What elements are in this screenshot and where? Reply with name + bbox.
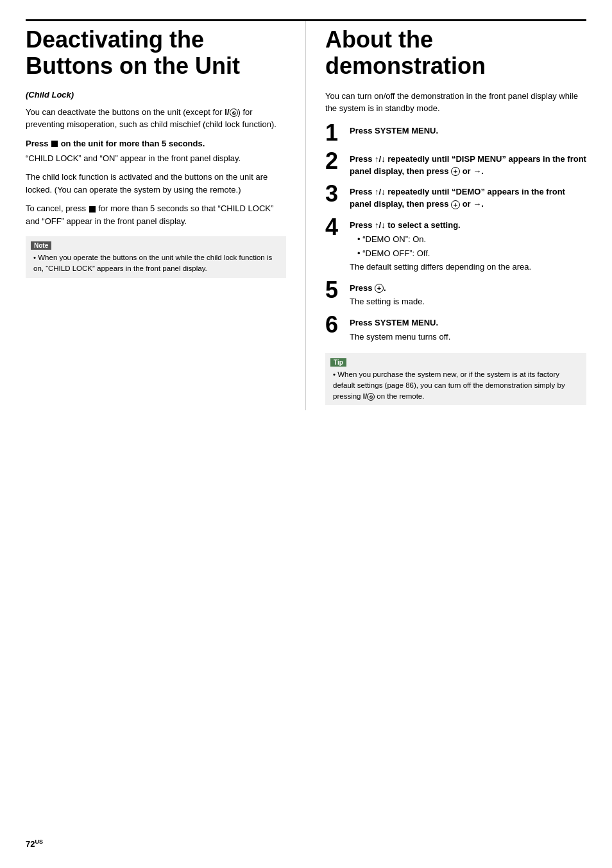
stop-icon (51, 141, 58, 147)
step-4-bullet-1: “DEMO ON”: On. (357, 233, 586, 246)
step-1-content: Press SYSTEM MENU. (350, 121, 586, 137)
right-title: About the demonstration (325, 26, 586, 80)
tip-text: • When you purchase the system new, or i… (333, 369, 581, 401)
right-column: About the demonstration You can turn on/… (306, 21, 586, 410)
step-4: 4 Press ↑/↓ to select a setting. “DEMO O… (325, 216, 586, 273)
note-label: Note (31, 241, 51, 250)
step-6: 6 Press SYSTEM MENU. The system menu tur… (325, 313, 586, 343)
step-3-content: Press ↑/↓ repeatedly until “DEMO” appear… (350, 182, 586, 211)
step-2: 2 Press ↑/↓ repeatedly until “DISP MENU”… (325, 150, 586, 178)
stop-icon-2 (89, 206, 96, 213)
right-intro: You can turn on/off the demonstration in… (325, 90, 586, 115)
step-6-main: Press SYSTEM MENU. (350, 317, 586, 329)
step-5: 5 Press +. The setting is made. (325, 279, 586, 308)
step-4-number: 4 (325, 216, 350, 239)
left-title: Deactivating the Buttons on the Unit (26, 26, 286, 80)
step-5-sub: The setting is made. (350, 295, 586, 308)
step-2-content: Press ↑/↓ repeatedly until “DISP MENU” a… (350, 150, 586, 178)
step-5-main: Press +. (350, 282, 586, 295)
tip-box: Tip • When you purchase the system new, … (325, 353, 586, 405)
child-lock-para2: The child lock function is activated and… (26, 171, 286, 196)
step-2-main: Press ↑/↓ repeatedly until “DISP MENU” a… (350, 153, 586, 178)
step-6-content: Press SYSTEM MENU. The system menu turns… (350, 313, 586, 343)
step-6-number: 6 (325, 313, 350, 336)
note-text: • When you operate the buttons on the un… (33, 252, 281, 273)
child-lock-subheading: (Child Lock) (26, 90, 286, 100)
step-4-main: Press ↑/↓ to select a setting. (350, 220, 586, 232)
step-3-number: 3 (325, 182, 350, 205)
step-6-sub: The system menu turns off. (350, 331, 586, 343)
child-lock-para1: “CHILD LOCK” and “ON” appear in the fron… (26, 152, 286, 165)
page: Deactivating the Buttons on the Unit (Ch… (0, 0, 612, 868)
step-1: 1 Press SYSTEM MENU. (325, 121, 586, 144)
step-1-number: 1 (325, 121, 350, 144)
page-number: 72US (26, 838, 43, 849)
left-intro: You can deactivate the buttons on the un… (26, 106, 286, 131)
child-lock-para3: To cancel, press for more than 5 seconds… (26, 202, 286, 227)
step-4-sub: The default setting differs depending on… (350, 261, 586, 273)
step-3: 3 Press ↑/↓ repeatedly until “DEMO” appe… (325, 182, 586, 211)
step-4-bullet-2: “DEMO OFF”: Off. (357, 247, 586, 260)
step-5-content: Press +. The setting is made. (350, 279, 586, 308)
step-3-main: Press ↑/↓ repeatedly until “DEMO” appear… (350, 186, 586, 211)
tip-label: Tip (330, 358, 346, 367)
step-2-number: 2 (325, 150, 350, 173)
left-column: Deactivating the Buttons on the Unit (Ch… (26, 21, 306, 410)
step-5-number: 5 (325, 279, 350, 302)
press-instruction-heading: Press on the unit for more than 5 second… (26, 139, 286, 148)
step-4-content: Press ↑/↓ to select a setting. “DEMO ON”… (350, 216, 586, 273)
note-box: Note • When you operate the buttons on t… (26, 236, 286, 277)
two-column-layout: Deactivating the Buttons on the Unit (Ch… (26, 21, 586, 410)
step-1-main: Press SYSTEM MENU. (350, 125, 586, 137)
